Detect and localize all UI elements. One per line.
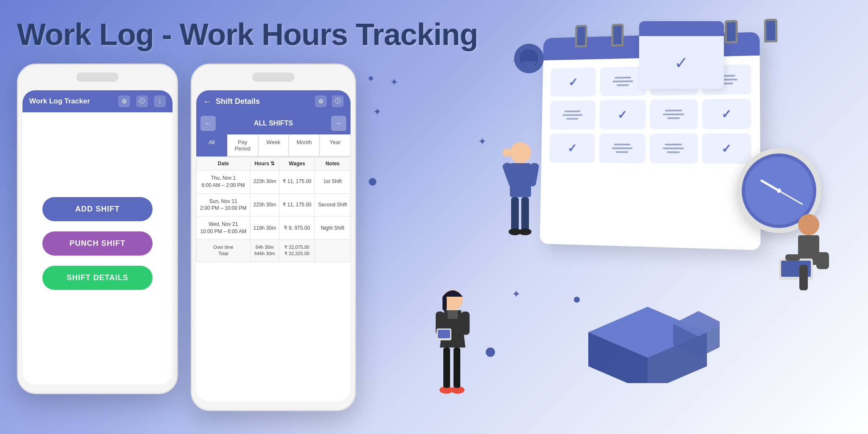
mini-calendar-check: ✓ [639, 36, 724, 89]
phone-left-appbar: Work Log Tracker ⚙ ⓘ ⋮ [22, 90, 172, 112]
row3-wages: ₹ 9, 975.00 [279, 217, 315, 240]
shift-details-title: Shift Details [216, 97, 260, 106]
star-icon-6: ✦ [373, 106, 381, 118]
line-icon [612, 147, 632, 149]
nav-prev-button[interactable]: ← [200, 116, 216, 131]
tab-week[interactable]: Week [258, 134, 289, 156]
shift-info-icon[interactable]: ⓘ [332, 95, 344, 107]
platform-3d [576, 298, 720, 383]
shift-details-button[interactable]: SHIFT DETAILS [42, 266, 153, 290]
col-date: Date [197, 157, 250, 170]
row1-hours: 223h 30m [250, 170, 279, 194]
row2-hours: 223h 30m [250, 193, 279, 217]
line-icon [616, 151, 628, 153]
calendar-ring-6 [764, 19, 778, 42]
back-arrow-icon[interactable]: ← [203, 97, 211, 106]
platform-svg [576, 298, 720, 383]
svg-rect-13 [511, 197, 519, 231]
menu-icon[interactable]: ⋮ [154, 95, 166, 107]
col-hours: Hours ⇅ [250, 157, 279, 170]
phone-right-notch [252, 72, 295, 82]
svg-point-18 [798, 214, 819, 235]
line-icon [614, 144, 630, 145]
svg-point-16 [519, 228, 531, 235]
mini-check-icon: ✓ [674, 53, 689, 72]
footer-wages: ₹ 32,075.00₹ 32,325.00 [279, 239, 315, 262]
cal-cell [650, 99, 698, 129]
location-pin [512, 42, 546, 86]
svg-rect-29 [461, 312, 470, 335]
cal-cell: ✓ [599, 100, 646, 130]
phone-left: Work Log Tracker ⚙ ⓘ ⋮ ADD SHIFT PUNCH S… [17, 64, 178, 394]
person-svg [495, 140, 546, 259]
svg-rect-32 [443, 348, 450, 388]
table-row: Sun, Nov 112:00 PM – 10:00 PM 223h 30m ₹… [197, 193, 351, 217]
shift-appbar: ← Shift Details ⚙ ⓘ [196, 90, 351, 112]
person-woman [427, 288, 478, 400]
row2-wages: ₹ 11, 175.00 [279, 193, 315, 217]
line-icon [615, 77, 631, 79]
line-icon [616, 84, 629, 86]
shift-table: Date Hours ⇅ Wages Notes Thu, Nov 16:00 … [196, 157, 351, 262]
line-icon [612, 81, 633, 83]
cal-cell [650, 134, 698, 164]
line-icon [665, 110, 682, 111]
tab-all[interactable]: All [196, 134, 227, 156]
star-icon-1: ✦ [390, 76, 398, 88]
pin-svg [512, 42, 546, 85]
footer-empty [315, 239, 351, 262]
clock-minute-hand [779, 190, 803, 205]
table-row: Thu, Nov 16:00 AM – 2:00 PM 223h 30m ₹ 1… [197, 170, 351, 194]
dot-1 [369, 178, 376, 186]
svg-rect-14 [521, 197, 529, 231]
mini-calendar: ✓ [639, 21, 724, 89]
phone-left-content: ADD SHIFT PUNCH SHIFT SHIFT DETAILS [22, 112, 172, 298]
tab-year[interactable]: Year [320, 134, 351, 156]
row1-notes: 1st Shift [315, 170, 351, 194]
row3-date: Wed, Nov 2110:00 PM – 6:00 AM [197, 217, 250, 240]
info-icon[interactable]: ⓘ [136, 95, 148, 107]
nav-next-button[interactable]: → [331, 116, 346, 131]
table-footer-row: Over timeTotal 64h 30m646h 30m ₹ 32,075.… [197, 239, 351, 262]
tab-month[interactable]: Month [289, 134, 320, 156]
clock-center [777, 189, 781, 193]
phone-left-notch [76, 72, 119, 82]
footer-hours: 64h 30m646h 30m [250, 239, 279, 262]
calendar-ring-5 [725, 20, 738, 44]
svg-point-9 [510, 142, 531, 163]
row1-wages: ₹ 11, 175.00 [279, 170, 315, 194]
cal-cell: ✓ [702, 99, 751, 129]
cal-cell [599, 134, 646, 163]
check-icon: ✓ [721, 142, 732, 156]
phone-left-appbar-icons: ⚙ ⓘ ⋮ [118, 95, 166, 107]
cal-cell: ✓ [551, 67, 596, 97]
shift-appbar-icons: ⚙ ⓘ [315, 95, 344, 107]
sitting-svg [766, 212, 834, 305]
row2-notes: Second Shift [315, 193, 351, 217]
tab-pay-period[interactable]: PayPeriod [227, 134, 258, 156]
row2-date: Sun, Nov 112:00 PM – 10:00 PM [197, 193, 250, 217]
line-icon [562, 114, 582, 116]
shift-settings-icon[interactable]: ⚙ [315, 95, 327, 107]
add-shift-button[interactable]: ADD SHIFT [42, 197, 153, 221]
settings-icon[interactable]: ⚙ [118, 95, 130, 107]
cal-cell: ✓ [702, 134, 751, 164]
nav-label: ALL SHIFTS [217, 116, 329, 131]
line-icon [565, 111, 581, 112]
mini-calendar-header [639, 21, 724, 36]
row3-hours: 119h 30m [250, 217, 279, 240]
phone-right: ← Shift Details ⚙ ⓘ ← ALL SHIFTS → All P… [191, 64, 356, 411]
line-icon [663, 114, 684, 115]
illustration-area: ✓ ✓ ✓ [402, 0, 868, 434]
svg-rect-23 [785, 254, 800, 261]
woman-svg [427, 288, 478, 398]
phone-right-screen: ← Shift Details ⚙ ⓘ ← ALL SHIFTS → All P… [196, 90, 351, 401]
punch-shift-button[interactable]: PUNCH SHIFT [42, 231, 153, 256]
phone-left-app-title: Work Log Tracker [29, 97, 90, 106]
check-icon: ✓ [567, 141, 576, 155]
shift-appbar-left: ← Shift Details [203, 97, 260, 106]
calendar-ring-1 [575, 25, 587, 47]
line-icon [566, 118, 578, 120]
dot-4 [369, 76, 373, 81]
table-header-row: Date Hours ⇅ Wages Notes [197, 157, 351, 170]
